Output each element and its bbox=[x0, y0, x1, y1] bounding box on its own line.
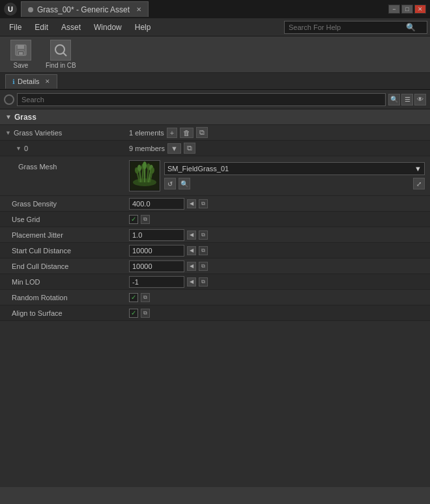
min-lod-row: Min LOD ◀ ⧉ bbox=[0, 274, 430, 290]
grass-mesh-value: SM_FieldGrass_01 ▼ ↺ 🔍 ⤢ bbox=[129, 160, 425, 191]
end-cull-slider-icon[interactable]: ◀ bbox=[187, 262, 196, 271]
tab-bar: Grass_00* - Generic Asset ✕ bbox=[21, 1, 149, 17]
use-grid-row: Use Grid ✓ ⧉ bbox=[0, 212, 430, 227]
toolbar: Save Find in CB bbox=[0, 36, 430, 73]
start-cull-slider-icon[interactable]: ◀ bbox=[187, 246, 196, 255]
min-lod-value: ◀ ⧉ bbox=[129, 276, 425, 288]
min-lod-input[interactable] bbox=[129, 276, 184, 288]
title-bar: U Grass_00* - Generic Asset ✕ − □ ✕ bbox=[0, 0, 430, 18]
delete-variety-button[interactable]: 🗑 bbox=[180, 128, 194, 138]
end-cull-distance-label: End Cull Distance bbox=[5, 262, 129, 270]
eye-icon[interactable]: 👁 bbox=[414, 94, 426, 105]
properties-panel: ▼ Grass ▼ Grass Varieties 1 elements + 🗑… bbox=[0, 109, 430, 487]
svg-point-19 bbox=[143, 161, 147, 169]
grass-density-input[interactable] bbox=[129, 198, 184, 210]
jitter-reset-button[interactable]: ⧉ bbox=[199, 231, 208, 240]
placement-jitter-input[interactable] bbox=[129, 229, 184, 241]
minimize-button[interactable]: − bbox=[388, 5, 400, 14]
align-to-surface-checkbox[interactable]: ✓ bbox=[129, 309, 138, 318]
start-cull-reset-button[interactable]: ⧉ bbox=[199, 246, 208, 255]
find-in-cb-button[interactable]: Find in CB bbox=[42, 37, 80, 72]
align-to-surface-row: Align to Surface ✓ ⧉ bbox=[0, 305, 430, 321]
grass-varieties-value: 1 elements + 🗑 ⧉ bbox=[129, 127, 425, 138]
menu-edit[interactable]: Edit bbox=[28, 20, 55, 35]
details-tab-label: Details bbox=[18, 77, 40, 85]
list-view-icon[interactable]: ☰ bbox=[401, 94, 413, 105]
empty-area bbox=[0, 487, 430, 504]
min-lod-slider-icon[interactable]: ◀ bbox=[187, 277, 196, 287]
density-slider-icon[interactable]: ◀ bbox=[187, 199, 196, 208]
start-cull-distance-value: ◀ ⧉ bbox=[129, 245, 425, 257]
window-controls: − □ ✕ bbox=[388, 5, 426, 14]
close-button[interactable]: ✕ bbox=[414, 5, 426, 14]
random-rotation-reset-button[interactable]: ⧉ bbox=[141, 293, 150, 302]
search-row-icons: 🔍 ☰ 👁 bbox=[388, 94, 426, 105]
start-cull-distance-row: Start Cull Distance ◀ ⧉ bbox=[0, 243, 430, 259]
collapse-item-button[interactable]: ▼ bbox=[167, 143, 181, 154]
placement-jitter-label: Placement Jitter bbox=[5, 231, 129, 239]
random-rotation-label: Random Rotation bbox=[5, 294, 129, 301]
menu-search-input[interactable] bbox=[289, 23, 406, 31]
random-rotation-checkbox[interactable]: ✓ bbox=[129, 293, 138, 302]
menu-file[interactable]: File bbox=[3, 20, 28, 35]
mesh-top: SM_FieldGrass_01 ▼ ↺ 🔍 ⤢ bbox=[129, 160, 425, 191]
start-cull-distance-label: Start Cull Distance bbox=[5, 247, 129, 255]
duplicate-variety-button[interactable]: ⧉ bbox=[196, 127, 208, 138]
mesh-expand-button[interactable]: ⤢ bbox=[413, 178, 425, 189]
details-search-input[interactable] bbox=[17, 93, 386, 106]
svg-rect-3 bbox=[19, 52, 23, 55]
use-grid-reset-button[interactable]: ⧉ bbox=[141, 215, 150, 224]
reset-item-button[interactable]: ⧉ bbox=[184, 143, 195, 154]
end-cull-distance-row: End Cull Distance ◀ ⧉ bbox=[0, 259, 430, 274]
filter-circle-icon bbox=[4, 94, 14, 105]
random-rotation-value: ✓ ⧉ bbox=[129, 293, 425, 302]
grass-density-label: Grass Density bbox=[5, 200, 129, 208]
save-button[interactable]: Save bbox=[7, 37, 35, 72]
grass-section-header[interactable]: ▼ Grass bbox=[0, 109, 430, 125]
mesh-reset-button[interactable]: ↺ bbox=[164, 178, 176, 189]
search-magnify-icon[interactable]: 🔍 bbox=[388, 94, 400, 105]
jitter-slider-icon[interactable]: ◀ bbox=[187, 231, 196, 240]
variety-item-row: ▼ 0 9 members ▼ ⧉ bbox=[0, 141, 430, 156]
add-variety-button[interactable]: + bbox=[167, 128, 177, 138]
menu-search-bar: 🔍 bbox=[284, 21, 427, 34]
mesh-actions: ↺ 🔍 ⤢ bbox=[164, 178, 425, 189]
use-grid-checkbox[interactable]: ✓ bbox=[129, 215, 138, 224]
mesh-select-dropdown[interactable]: SM_FieldGrass_01 ▼ bbox=[164, 162, 425, 175]
mesh-select-value: SM_FieldGrass_01 bbox=[167, 165, 229, 173]
tab-close[interactable]: ✕ bbox=[136, 6, 141, 13]
mesh-search-button[interactable]: 🔍 bbox=[179, 178, 190, 189]
density-reset-button[interactable]: ⧉ bbox=[199, 199, 208, 208]
asset-tab[interactable]: Grass_00* - Generic Asset ✕ bbox=[21, 1, 149, 17]
save-icon bbox=[10, 40, 31, 61]
menu-help[interactable]: Help bbox=[128, 20, 158, 35]
details-tab[interactable]: ℹ Details ✕ bbox=[5, 74, 57, 89]
menu-bar: File Edit Asset Window Help 🔍 bbox=[0, 18, 430, 36]
min-lod-label: Min LOD bbox=[5, 278, 129, 286]
start-cull-distance-input[interactable] bbox=[129, 245, 184, 257]
details-close-icon[interactable]: ✕ bbox=[45, 78, 50, 85]
grass-varieties-label: ▼ Grass Varieties bbox=[5, 129, 129, 137]
use-grid-value: ✓ ⧉ bbox=[129, 215, 425, 224]
title-bar-left: U Grass_00* - Generic Asset ✕ bbox=[4, 1, 149, 17]
grass-section-title: Grass bbox=[14, 113, 36, 122]
end-cull-reset-button[interactable]: ⧉ bbox=[199, 262, 208, 271]
grass-mesh-row: Grass Mesh bbox=[0, 156, 430, 196]
placement-jitter-row: Placement Jitter ◀ ⧉ bbox=[0, 227, 430, 243]
end-cull-distance-input[interactable] bbox=[129, 260, 184, 272]
details-header: ℹ Details ✕ bbox=[0, 73, 430, 90]
menu-window[interactable]: Window bbox=[87, 20, 128, 35]
align-to-surface-reset-button[interactable]: ⧉ bbox=[141, 309, 150, 318]
use-grid-label: Use Grid bbox=[5, 216, 129, 223]
find-in-cb-label: Find in CB bbox=[46, 62, 76, 69]
min-lod-reset-button[interactable]: ⧉ bbox=[199, 277, 208, 287]
menu-asset[interactable]: Asset bbox=[55, 20, 87, 35]
variety-item-value: 9 members ▼ ⧉ bbox=[129, 143, 425, 154]
find-icon bbox=[50, 40, 71, 61]
grass-varieties-row: ▼ Grass Varieties 1 elements + 🗑 ⧉ bbox=[0, 125, 430, 141]
placement-jitter-value: ◀ ⧉ bbox=[129, 229, 425, 241]
grass-mesh-thumbnail bbox=[129, 160, 160, 191]
maximize-button[interactable]: □ bbox=[401, 5, 413, 14]
menu-search-icon[interactable]: 🔍 bbox=[406, 23, 416, 32]
tab-dot bbox=[28, 7, 33, 12]
